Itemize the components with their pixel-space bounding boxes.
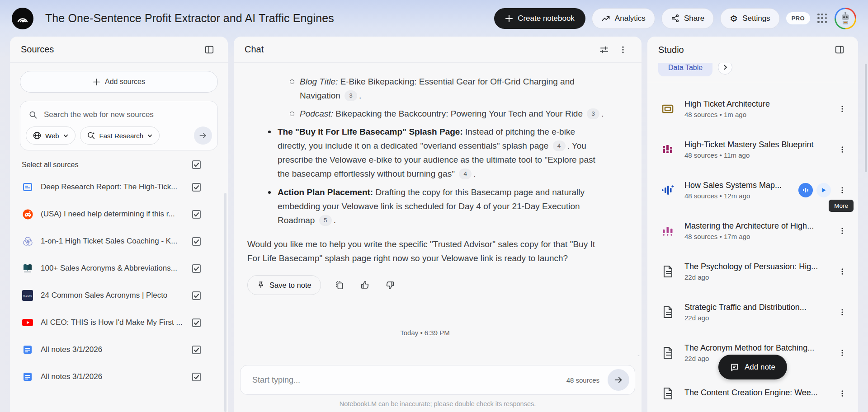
- notebooklm-app: The One-Sentence Profit Extractor and AI…: [0, 0, 868, 412]
- citation-chip[interactable]: 4: [459, 169, 472, 179]
- studio-item-row-audio[interactable]: How Sales Systems Map... 48 sources • 12…: [647, 170, 858, 211]
- item-more-kebab-icon[interactable]: [835, 223, 850, 239]
- pro-badge: PRO: [786, 12, 810, 24]
- citation-chip[interactable]: 3: [344, 90, 357, 101]
- studio-item-row[interactable]: High-Ticket Mastery Sales Blueprint 48 s…: [647, 129, 858, 170]
- citation-chip[interactable]: 4: [553, 140, 566, 151]
- studio-scrollbar[interactable]: [865, 64, 867, 172]
- disclaimer-text: NotebookLM can be inaccurate; please dou…: [234, 395, 642, 412]
- tools-next-arrow-button[interactable]: [718, 63, 732, 75]
- settings-button[interactable]: ⚙ Settings: [720, 8, 779, 29]
- source-checkbox[interactable]: [192, 237, 201, 246]
- plus-icon: [93, 78, 100, 86]
- collapse-studio-panel-icon[interactable]: [832, 42, 847, 57]
- citation-chip[interactable]: 3: [587, 108, 599, 119]
- add-sources-button[interactable]: Add sources: [20, 71, 218, 93]
- message-actions-row: Save to note: [247, 275, 605, 295]
- chat-input-bar: 48 sources: [240, 365, 635, 395]
- google-apps-grid-icon[interactable]: [816, 13, 828, 24]
- report-doc-icon: [660, 345, 675, 360]
- collapse-sources-panel-icon[interactable]: [202, 42, 217, 57]
- source-checkbox[interactable]: [192, 291, 201, 300]
- source-checkbox[interactable]: [192, 318, 201, 327]
- thumbs-up-icon[interactable]: [358, 278, 372, 292]
- source-row[interactable]: All notes 3/1/2026: [10, 363, 228, 390]
- search-submit-arrow-button[interactable]: [194, 126, 212, 145]
- thumbs-down-icon[interactable]: [383, 278, 397, 292]
- studio-item-row[interactable]: Strategic Traffic and Distribution... 22…: [647, 292, 858, 332]
- search-icon: [28, 110, 38, 119]
- flashcards-gold-icon: [660, 101, 675, 117]
- source-row[interactable]: All notes 3/1/2026: [10, 336, 228, 363]
- chat-input[interactable]: [252, 375, 566, 385]
- source-row[interactable]: PLECTO 24 Common Sales Acronyms | Plecto: [10, 282, 228, 309]
- save-to-note-button[interactable]: Save to note: [247, 275, 321, 295]
- chat-more-kebab-icon[interactable]: [615, 42, 631, 57]
- studio-item-row[interactable]: The Psychology of Persuasion: Hig... 22d…: [647, 251, 858, 292]
- account-avatar[interactable]: [835, 8, 856, 29]
- item-more-kebab-icon[interactable]: [835, 304, 850, 320]
- source-row[interactable]: Deep Research Report: The High-Tick...: [10, 173, 228, 201]
- top-bar: The One-Sentence Profit Extractor and AI…: [0, 0, 868, 37]
- source-checkbox[interactable]: [192, 373, 201, 381]
- item-more-kebab-icon[interactable]: [835, 264, 850, 279]
- notes-blue-icon: [22, 371, 33, 383]
- studio-item-row[interactable]: Mastering the Architecture of High... 48…: [647, 211, 858, 251]
- item-more-kebab-icon[interactable]: [835, 345, 850, 360]
- send-message-button[interactable]: [608, 369, 629, 391]
- data-table-tool-chip[interactable]: Data Table: [658, 63, 712, 76]
- item-more-kebab-icon[interactable]: [835, 101, 850, 117]
- source-checkbox[interactable]: [192, 183, 201, 192]
- source-checkbox[interactable]: [192, 346, 201, 354]
- globe-icon: [33, 131, 42, 140]
- item-more-kebab-icon[interactable]: [835, 183, 850, 198]
- web-search-card: Web Fast Research: [20, 101, 218, 150]
- chat-panel: Chat Blog Title: E-Bike Bikepacking: Ess…: [234, 37, 642, 412]
- chat-closing-paragraph: Would you like me to help you write the …: [247, 237, 605, 265]
- search-input[interactable]: [44, 110, 209, 119]
- notebooklm-logo-icon[interactable]: [12, 8, 33, 29]
- chat-bullet: Action Plan Placement: Drafting the copy…: [267, 185, 605, 227]
- source-row[interactable]: 1-on-1 High Ticket Sales Coaching - K...: [10, 228, 228, 255]
- chat-settings-sliders-icon[interactable]: [596, 42, 612, 57]
- fast-research-icon: [87, 131, 96, 140]
- more-tooltip: More: [829, 200, 854, 212]
- interactive-mode-icon[interactable]: [798, 183, 813, 197]
- select-all-checkbox[interactable]: [192, 160, 201, 169]
- avatar-robot-image: [836, 9, 855, 28]
- report-doc-icon: [660, 264, 675, 279]
- source-row[interactable]: AI CEO: THIS is How I'd Make My First ..…: [10, 309, 228, 336]
- chat-header: Chat: [234, 37, 642, 63]
- create-notebook-button[interactable]: Create notebook: [494, 8, 585, 29]
- report-doc-icon: [660, 386, 675, 401]
- flow-chart-pink-icon: [660, 223, 675, 239]
- citation-chip[interactable]: 5: [319, 215, 332, 226]
- source-row[interactable]: (USA) I need help determining if this r.…: [10, 201, 228, 228]
- notebook-title[interactable]: The One-Sentence Profit Extractor and AI…: [45, 12, 334, 25]
- share-button[interactable]: Share: [661, 8, 714, 29]
- source-row[interactable]: 100+ Sales Acronyms & Abbreviations...: [10, 255, 228, 282]
- chat-scrollbar[interactable]: [637, 356, 640, 356]
- item-more-kebab-icon[interactable]: [835, 386, 850, 401]
- source-checkbox[interactable]: [192, 210, 201, 219]
- add-note-button[interactable]: Add note: [718, 355, 787, 379]
- studio-item-row[interactable]: High Ticket Architecture 48 sources • 1m…: [647, 89, 858, 129]
- audio-waveform-icon: [660, 183, 675, 198]
- source-checkbox[interactable]: [192, 264, 201, 273]
- research-mode-chip[interactable]: Fast Research: [80, 126, 160, 145]
- web-filter-chip[interactable]: Web: [26, 126, 75, 145]
- item-more-kebab-icon[interactable]: [835, 142, 850, 157]
- play-audio-icon[interactable]: [816, 183, 831, 197]
- copy-icon[interactable]: [333, 278, 346, 292]
- studio-panel: Studio Data Table High Ti: [647, 37, 858, 412]
- chevron-down-icon: [63, 133, 69, 139]
- gear-icon: ⚙: [730, 14, 738, 23]
- chat-title: Chat: [245, 44, 264, 55]
- youtube-icon: [22, 317, 33, 328]
- share-icon: [671, 14, 679, 23]
- chat-sub-bullet: Blog Title: E-Bike Bikepacking: Essentia…: [290, 75, 605, 103]
- sources-scrollbar[interactable]: [224, 193, 226, 412]
- notes-blue-icon: [22, 344, 33, 356]
- reddit-icon: [22, 208, 33, 220]
- analytics-button[interactable]: Analytics: [592, 8, 655, 29]
